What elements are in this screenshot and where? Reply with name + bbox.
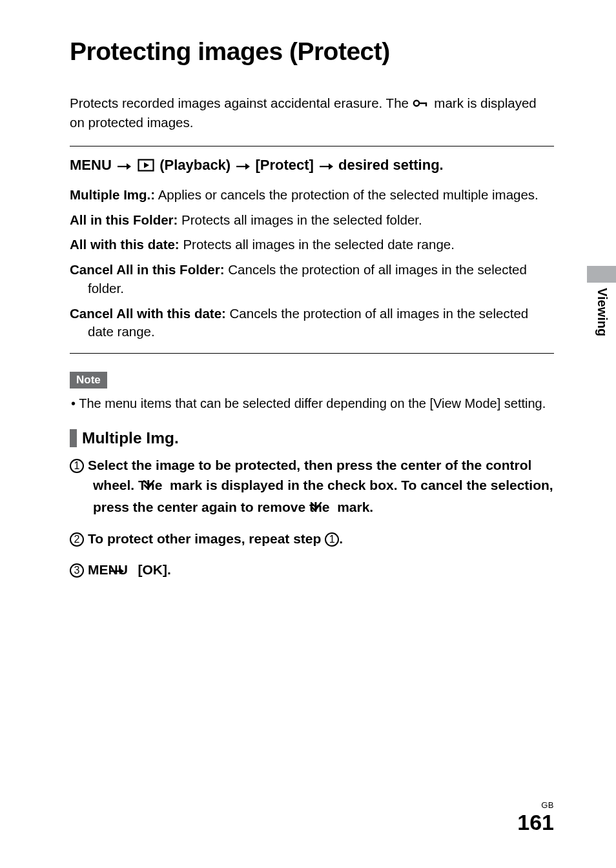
def-term: Cancel All in this Folder:: [70, 262, 225, 277]
def-desc: Protects all images in the selected date…: [180, 237, 455, 252]
page-footer: GB 161: [517, 800, 554, 833]
definition-list: Multiple Img.: Applies or cancels the pr…: [70, 186, 554, 341]
step-2: 2To protect other images, repeat step 1.: [70, 529, 554, 549]
divider: [70, 146, 554, 146]
def-item: Multiple Img.: Applies or cancels the pr…: [70, 186, 554, 205]
step3-text-b: [OK].: [134, 562, 171, 577]
menu-prefix: MENU: [70, 157, 116, 173]
protect-key-icon: [413, 95, 431, 114]
step-1: 1Select the image to be protected, then …: [70, 455, 554, 519]
circled-number-1-icon: 1: [70, 459, 84, 473]
circled-number-3-icon: 3: [70, 563, 84, 578]
subhead-row: Multiple Img.: [70, 429, 554, 447]
side-tab: Viewing: [587, 266, 616, 363]
def-term: Multiple Img.:: [70, 187, 155, 202]
menu-desired-label: desired setting.: [334, 157, 444, 173]
menu-path: MENU (Playback) [Protect] desired settin…: [70, 156, 554, 177]
menu-playback-label: (Playback): [156, 157, 234, 173]
def-term: All with this date:: [70, 237, 180, 252]
svg-rect-2: [425, 103, 426, 106]
subhead-bar-icon: [70, 429, 77, 447]
svg-point-0: [413, 101, 418, 106]
def-item: All in this Folder: Protects all images …: [70, 211, 554, 230]
def-item: Cancel All in this Folder: Cancels the p…: [70, 261, 554, 298]
intro-text-a: Protects recorded images against acciden…: [70, 96, 413, 110]
step1-text-c: mark.: [333, 500, 373, 514]
def-item: Cancel All with this date: Cancels the p…: [70, 305, 554, 341]
subhead: Multiple Img.: [82, 429, 179, 447]
def-item: All with this date: Protects all images …: [70, 236, 554, 254]
note-label: Note: [70, 372, 107, 389]
arrow-icon: [117, 157, 131, 176]
svg-marker-6: [144, 163, 149, 168]
divider: [70, 353, 554, 354]
def-term: All in this Folder:: [70, 212, 178, 227]
circled-number-inline-1-icon: 1: [325, 532, 339, 547]
intro-paragraph: Protects recorded images against acciden…: [70, 94, 554, 132]
svg-marker-8: [245, 163, 250, 170]
footer-region: GB: [517, 800, 554, 810]
svg-marker-4: [127, 163, 131, 170]
side-tab-bar: [587, 266, 616, 283]
step2-text-b: .: [339, 531, 343, 546]
page-number: 161: [517, 811, 554, 833]
def-term: Cancel All with this date:: [70, 306, 226, 321]
circled-number-2-icon: 2: [70, 532, 84, 547]
svg-marker-14: [119, 568, 124, 574]
step2-text-a: To protect other images, repeat step: [88, 531, 325, 546]
arrow-icon: [319, 157, 333, 176]
def-desc: Applies or cancels the protection of the…: [155, 187, 539, 202]
def-desc: Protects all images in the selected fold…: [178, 212, 422, 227]
side-tab-label: Viewing: [587, 288, 616, 336]
step-3: 3MENU [OK].: [70, 560, 554, 581]
svg-marker-10: [329, 163, 333, 170]
note-text: • The menu items that can be selected di…: [70, 395, 554, 412]
page-title: Protecting images (Protect): [70, 37, 554, 66]
arrow-icon: [236, 157, 250, 176]
playback-icon: [138, 157, 154, 177]
menu-protect-label: [Protect]: [251, 157, 318, 173]
